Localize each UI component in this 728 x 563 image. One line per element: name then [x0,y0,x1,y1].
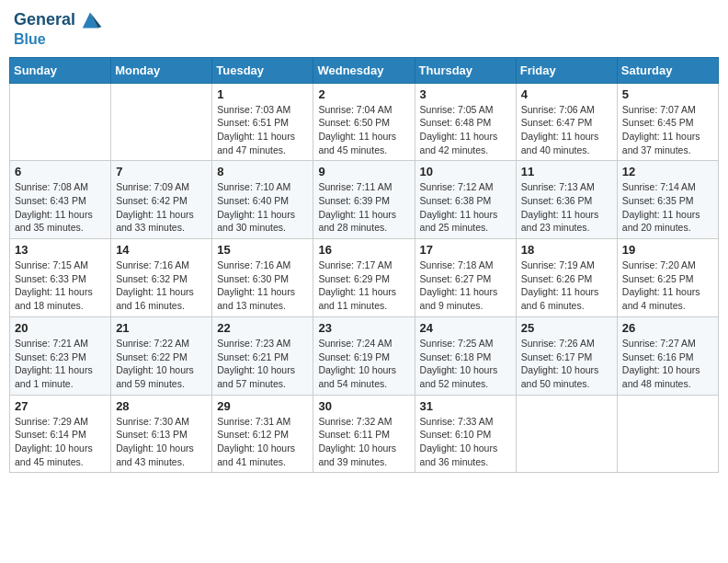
day-info: Sunrise: 7:26 AM Sunset: 6:17 PM Dayligh… [521,337,612,391]
day-info: Sunrise: 7:20 AM Sunset: 6:25 PM Dayligh… [622,259,713,313]
calendar-week-row: 1Sunrise: 7:03 AM Sunset: 6:51 PM Daylig… [10,83,719,161]
day-number: 7 [116,165,207,178]
day-number: 10 [420,165,511,178]
calendar-cell: 30Sunrise: 7:32 AM Sunset: 6:11 PM Dayli… [313,395,415,473]
day-number: 6 [15,165,106,178]
day-info: Sunrise: 7:23 AM Sunset: 6:21 PM Dayligh… [217,337,308,391]
day-number: 15 [217,243,308,257]
calendar-cell: 2Sunrise: 7:04 AM Sunset: 6:50 PM Daylig… [313,83,415,161]
calendar-cell: 21Sunrise: 7:22 AM Sunset: 6:22 PM Dayli… [111,316,212,395]
calendar-cell: 1Sunrise: 7:03 AM Sunset: 6:51 PM Daylig… [212,83,313,161]
day-info: Sunrise: 7:05 AM Sunset: 6:48 PM Dayligh… [420,103,511,157]
calendar-week-row: 20Sunrise: 7:21 AM Sunset: 6:23 PM Dayli… [10,316,719,395]
day-number: 21 [116,321,207,335]
calendar-cell: 8Sunrise: 7:10 AM Sunset: 6:40 PM Daylig… [212,161,313,239]
day-number: 1 [217,87,308,101]
day-number: 4 [521,87,612,101]
calendar-cell: 19Sunrise: 7:20 AM Sunset: 6:25 PM Dayli… [617,239,718,317]
day-number: 31 [420,399,511,413]
calendar-cell: 11Sunrise: 7:13 AM Sunset: 6:36 PM Dayli… [516,161,617,239]
calendar-cell: 9Sunrise: 7:11 AM Sunset: 6:39 PM Daylig… [313,161,415,239]
day-number: 2 [318,87,409,101]
calendar-cell: 6Sunrise: 7:08 AM Sunset: 6:43 PM Daylig… [10,161,111,239]
day-info: Sunrise: 7:24 AM Sunset: 6:19 PM Dayligh… [318,337,409,391]
day-info: Sunrise: 7:22 AM Sunset: 6:22 PM Dayligh… [116,337,207,391]
calendar-header-row: SundayMondayTuesdayWednesdayThursdayFrid… [10,57,719,83]
day-info: Sunrise: 7:14 AM Sunset: 6:35 PM Dayligh… [622,180,713,235]
day-info: Sunrise: 7:06 AM Sunset: 6:47 PM Dayligh… [521,103,612,157]
calendar-cell: 14Sunrise: 7:16 AM Sunset: 6:32 PM Dayli… [111,239,212,317]
day-number: 26 [622,321,713,335]
day-number: 28 [116,399,207,413]
day-number: 23 [318,321,409,335]
day-number: 8 [217,165,308,178]
calendar-cell: 29Sunrise: 7:31 AM Sunset: 6:12 PM Dayli… [212,395,313,473]
day-number: 16 [318,243,409,257]
calendar-week-row: 27Sunrise: 7:29 AM Sunset: 6:14 PM Dayli… [10,395,719,473]
calendar-week-row: 13Sunrise: 7:15 AM Sunset: 6:33 PM Dayli… [10,239,719,317]
calendar-cell: 31Sunrise: 7:33 AM Sunset: 6:10 PM Dayli… [415,395,516,473]
day-info: Sunrise: 7:04 AM Sunset: 6:50 PM Dayligh… [318,103,409,157]
day-info: Sunrise: 7:09 AM Sunset: 6:42 PM Dayligh… [116,180,207,235]
day-info: Sunrise: 7:13 AM Sunset: 6:36 PM Dayligh… [521,180,612,235]
calendar-cell [516,395,617,473]
calendar-cell: 3Sunrise: 7:05 AM Sunset: 6:48 PM Daylig… [415,83,516,161]
calendar-cell: 18Sunrise: 7:19 AM Sunset: 6:26 PM Dayli… [516,239,617,317]
calendar-cell [111,83,212,161]
day-info: Sunrise: 7:30 AM Sunset: 6:13 PM Dayligh… [116,415,207,469]
logo: General Blue [14,9,103,48]
day-info: Sunrise: 7:33 AM Sunset: 6:10 PM Dayligh… [420,415,511,469]
day-info: Sunrise: 7:08 AM Sunset: 6:43 PM Dayligh… [15,180,106,235]
calendar-cell: 13Sunrise: 7:15 AM Sunset: 6:33 PM Dayli… [10,239,111,317]
day-number: 3 [420,87,511,101]
calendar-cell: 7Sunrise: 7:09 AM Sunset: 6:42 PM Daylig… [111,161,212,239]
day-number: 29 [217,399,308,413]
calendar-cell: 25Sunrise: 7:26 AM Sunset: 6:17 PM Dayli… [516,316,617,395]
calendar-cell: 28Sunrise: 7:30 AM Sunset: 6:13 PM Dayli… [111,395,212,473]
page-header: General Blue [9,9,719,48]
calendar-cell: 17Sunrise: 7:18 AM Sunset: 6:27 PM Dayli… [415,239,516,317]
day-number: 20 [15,321,106,335]
day-number: 22 [217,321,308,335]
calendar-cell: 4Sunrise: 7:06 AM Sunset: 6:47 PM Daylig… [516,83,617,161]
day-info: Sunrise: 7:15 AM Sunset: 6:33 PM Dayligh… [15,259,106,313]
day-number: 25 [521,321,612,335]
day-info: Sunrise: 7:11 AM Sunset: 6:39 PM Dayligh… [318,180,409,235]
day-info: Sunrise: 7:25 AM Sunset: 6:18 PM Dayligh… [420,337,511,391]
calendar-cell: 12Sunrise: 7:14 AM Sunset: 6:35 PM Dayli… [617,161,718,239]
day-info: Sunrise: 7:29 AM Sunset: 6:14 PM Dayligh… [15,415,106,469]
calendar-weekday-saturday: Saturday [617,57,718,83]
day-info: Sunrise: 7:31 AM Sunset: 6:12 PM Dayligh… [217,415,308,469]
day-number: 13 [15,243,106,257]
calendar-cell: 5Sunrise: 7:07 AM Sunset: 6:45 PM Daylig… [617,83,718,161]
day-info: Sunrise: 7:12 AM Sunset: 6:38 PM Dayligh… [420,180,511,235]
calendar-table: SundayMondayTuesdayWednesdayThursdayFrid… [9,57,719,474]
day-number: 9 [318,165,409,178]
day-number: 12 [622,165,713,178]
day-number: 24 [420,321,511,335]
day-info: Sunrise: 7:07 AM Sunset: 6:45 PM Dayligh… [622,103,713,157]
calendar-cell: 16Sunrise: 7:17 AM Sunset: 6:29 PM Dayli… [313,239,415,317]
day-number: 5 [622,87,713,101]
logo-text: General Blue [14,9,103,48]
day-number: 18 [521,243,612,257]
calendar-cell: 22Sunrise: 7:23 AM Sunset: 6:21 PM Dayli… [212,316,313,395]
day-info: Sunrise: 7:32 AM Sunset: 6:11 PM Dayligh… [318,415,409,469]
calendar-cell: 27Sunrise: 7:29 AM Sunset: 6:14 PM Dayli… [10,395,111,473]
day-info: Sunrise: 7:21 AM Sunset: 6:23 PM Dayligh… [15,337,106,391]
day-info: Sunrise: 7:10 AM Sunset: 6:40 PM Dayligh… [217,180,308,235]
day-number: 27 [15,399,106,413]
calendar-weekday-tuesday: Tuesday [212,57,313,83]
day-info: Sunrise: 7:27 AM Sunset: 6:16 PM Dayligh… [622,337,713,391]
calendar-cell: 26Sunrise: 7:27 AM Sunset: 6:16 PM Dayli… [617,316,718,395]
calendar-weekday-monday: Monday [111,57,212,83]
day-number: 14 [116,243,207,257]
day-info: Sunrise: 7:19 AM Sunset: 6:26 PM Dayligh… [521,259,612,313]
calendar-cell [10,83,111,161]
calendar-cell: 20Sunrise: 7:21 AM Sunset: 6:23 PM Dayli… [10,316,111,395]
calendar-cell: 10Sunrise: 7:12 AM Sunset: 6:38 PM Dayli… [415,161,516,239]
day-info: Sunrise: 7:17 AM Sunset: 6:29 PM Dayligh… [318,259,409,313]
calendar-weekday-friday: Friday [516,57,617,83]
logo-icon [77,9,103,31]
day-info: Sunrise: 7:16 AM Sunset: 6:30 PM Dayligh… [217,259,308,313]
